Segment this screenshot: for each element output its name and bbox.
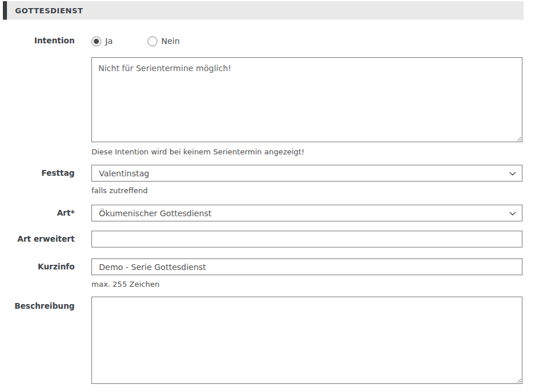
art-select[interactable]: Ökumenischer Gottesdienst [91, 205, 522, 221]
intention-note-textarea[interactable]: Nicht für Serientermine möglich! [91, 57, 522, 142]
gottesdienst-form-page: GOTTESDIENST Intention Ja Nein Nicht für… [0, 1, 534, 384]
gottesdienst-form: Intention Ja Nein Nicht für Serientermin… [0, 20, 534, 384]
kurzinfo-row: Kurzinfo max. 255 Zeichen [0, 258, 522, 289]
festtag-row: Festtag Valentinstag falls zutreffend [0, 165, 522, 195]
beschreibung-textarea[interactable] [91, 297, 522, 384]
art-select-wrap: Ökumenischer Gottesdienst [91, 205, 522, 221]
kurzinfo-label: Kurzinfo [0, 258, 75, 272]
kurzinfo-help-text: max. 255 Zeichen [91, 279, 522, 289]
intention-field: Ja Nein Nicht für Serientermine möglich!… [91, 36, 522, 157]
festtag-select-wrap: Valentinstag [91, 165, 522, 182]
beschreibung-field [91, 297, 522, 384]
art-erweitert-field [91, 231, 522, 247]
festtag-help-text: falls zutreffend [91, 186, 522, 195]
art-erweitert-input[interactable] [91, 231, 522, 247]
section-title: GOTTESDIENST [7, 6, 83, 15]
intention-help-text: Diese Intention wird bei keinem Seriente… [91, 147, 522, 157]
intention-radio-group: Ja Nein [91, 36, 522, 46]
intention-option-ja[interactable]: Ja [91, 36, 113, 46]
intention-row: Intention Ja Nein Nicht für Serientermin… [0, 36, 522, 157]
beschreibung-label: Beschreibung [0, 297, 75, 311]
art-label: Art* [0, 205, 75, 218]
intention-radio-ja[interactable] [91, 36, 101, 46]
art-erweitert-label: Art erweitert [0, 231, 75, 244]
intention-radio-nein[interactable] [148, 36, 157, 46]
intention-option-nein-label: Nein [161, 36, 180, 46]
art-field: Ökumenischer Gottesdienst [91, 205, 522, 221]
festtag-select[interactable]: Valentinstag [91, 165, 522, 182]
intention-label: Intention [0, 36, 75, 46]
section-header: GOTTESDIENST [3, 1, 524, 20]
festtag-label: Festtag [0, 165, 75, 178]
intention-option-ja-label: Ja [105, 36, 113, 46]
festtag-field: Valentinstag falls zutreffend [91, 165, 522, 195]
art-erweitert-row: Art erweitert [0, 231, 522, 247]
beschreibung-row: Beschreibung [0, 297, 522, 384]
kurzinfo-input[interactable] [91, 258, 522, 275]
kurzinfo-field: max. 255 Zeichen [91, 258, 522, 289]
intention-option-nein[interactable]: Nein [148, 36, 180, 46]
art-row: Art* Ökumenischer Gottesdienst [0, 205, 522, 221]
